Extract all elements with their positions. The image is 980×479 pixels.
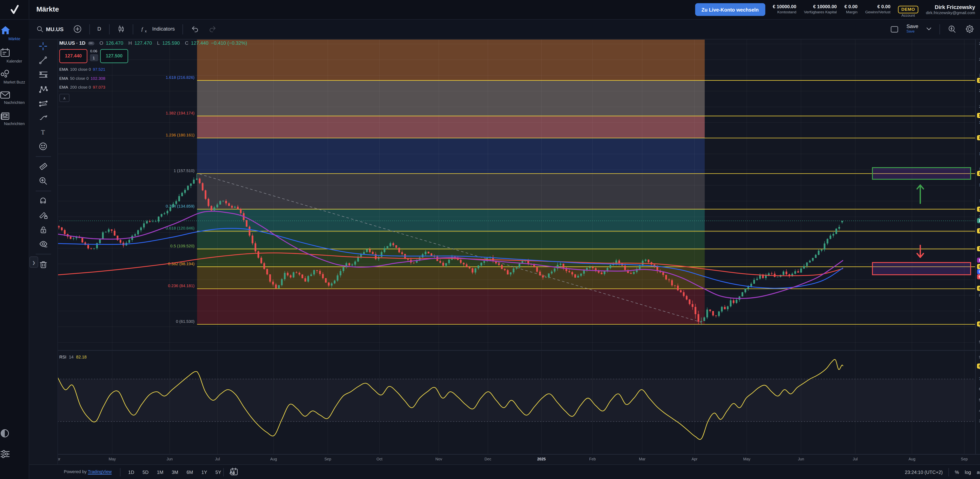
support-box	[872, 263, 970, 275]
hide-drawings-tool[interactable]	[29, 237, 57, 251]
app-logo[interactable]	[0, 0, 29, 19]
clock[interactable]: 23:24:10 (UTC+2)	[905, 469, 943, 475]
resistance-box	[872, 167, 970, 179]
symbol-search-button[interactable]: MU.US	[35, 24, 65, 34]
flash-search-icon	[948, 25, 956, 33]
ohlc-letter: L	[157, 41, 160, 46]
down-arrow	[917, 245, 924, 257]
time-axis[interactable]: AprMayJunJulAugSepOctNovDec2025FebMarApr…	[29, 455, 975, 464]
sidebar-item-market-buzz[interactable]: Market Buzz	[0, 63, 29, 85]
sidebar-item-maerkte[interactable]: Märkte	[0, 19, 29, 41]
stay-in-drawing-mode-tool[interactable]	[29, 208, 57, 223]
zoom-in-tool[interactable]	[29, 174, 57, 188]
price-scale-pill: 61.530	[977, 321, 980, 327]
range-1m[interactable]: 1M	[154, 468, 166, 476]
time-axis-label: Apr	[692, 457, 697, 461]
sidebar-item-label: Märkte	[0, 36, 29, 41]
price-scale-tick: 190.000	[979, 120, 980, 124]
ohlc-letter: O	[99, 41, 103, 46]
pane-separator[interactable]	[57, 350, 980, 351]
indicator-row-ema200[interactable]: EMA200 close 097.073	[59, 86, 247, 89]
screen: Märkte Zu Live-Konto wechseln € 10000.00…	[0, 0, 980, 479]
drawing-toolbar-collapse-toggle[interactable]: ❯	[29, 256, 38, 268]
price-scale-tick: 70.00	[979, 377, 980, 380]
emoji-tool[interactable]	[29, 139, 57, 154]
save-button[interactable]: Save Save	[907, 24, 918, 34]
redo-button[interactable]	[207, 24, 219, 34]
rsi-value: 82.18	[76, 355, 87, 359]
svg-text:1.382 (194.174): 1.382 (194.174)	[165, 111, 194, 115]
crosshair-tool[interactable]	[29, 39, 57, 53]
candlestick-icon	[117, 25, 125, 33]
chart-settings-button[interactable]	[964, 24, 976, 34]
svg-text:0 (61.530): 0 (61.530)	[176, 319, 195, 323]
sidebar-item-nachrichten-mail[interactable]: Nachrichten	[0, 85, 29, 105]
theme-contrast-button[interactable]	[0, 429, 29, 438]
price-scale-tick: 50.00	[979, 398, 980, 402]
legend-collapse-button[interactable]: ∧	[59, 94, 70, 102]
tradingview-link[interactable]: TradingView	[88, 469, 112, 474]
time-axis-label: Dec	[485, 457, 492, 461]
quick-search-button[interactable]	[946, 24, 958, 34]
measure-tool[interactable]	[29, 159, 57, 173]
xabcd-pattern-tool[interactable]	[29, 82, 57, 96]
fib-retracement-tool[interactable]	[29, 68, 57, 82]
rsi-pane[interactable]	[57, 352, 975, 454]
newspaper-icon	[0, 111, 10, 120]
close-value: 127.440	[191, 41, 208, 46]
price-scale-tick: 210.000	[979, 89, 980, 93]
text-tool[interactable]: T	[29, 125, 57, 139]
price-scale-tick: 40.00	[979, 409, 980, 412]
range-3m[interactable]: 3M	[169, 468, 181, 476]
chart-type-button[interactable]	[115, 24, 127, 34]
compare-add-button[interactable]	[71, 24, 83, 34]
magnet-tool[interactable]	[29, 194, 57, 208]
price-scale-tick: 150.000	[979, 183, 980, 187]
range-5d[interactable]: 5D	[140, 468, 151, 476]
settings-sliders-button[interactable]	[0, 450, 29, 458]
switch-live-account-button[interactable]: Zu Live-Konto wechseln	[695, 3, 765, 16]
price-scale-pill: 216.826	[977, 78, 980, 83]
price-scale-tick: 230.000	[979, 57, 980, 61]
price-scale-tick: 70.000	[979, 309, 980, 313]
range-5y[interactable]: 5Y	[213, 468, 224, 476]
lock-drawings-tool[interactable]	[29, 223, 57, 237]
topbar-right: Zu Live-Konto wechseln € 10000.00 Kontos…	[695, 0, 980, 19]
trading-app: Märkte Zu Live-Konto wechseln € 10000.00…	[0, 0, 980, 479]
auto-scale-button[interactable]: auto	[977, 469, 980, 475]
price-scale-pill: 120.846	[977, 228, 980, 234]
indicator-row-ema50[interactable]: EMA50 close 0102.308	[59, 76, 247, 81]
indicator-row-ema100[interactable]: EMA100 close 097.521	[59, 68, 247, 72]
projection-tool[interactable]	[29, 96, 57, 111]
time-axis-label: Mar	[639, 457, 646, 461]
price-scale-tick: 160.000	[979, 167, 980, 171]
brush-tool[interactable]	[29, 111, 57, 125]
sidebar-item-kalender[interactable]: Kalender	[0, 41, 29, 63]
rsi-legend[interactable]: RSI 14 82.18	[59, 355, 87, 359]
sell-button[interactable]: 127.440	[59, 49, 88, 63]
sliders-icon	[0, 450, 10, 458]
range-6m[interactable]: 6M	[184, 468, 196, 476]
undo-button[interactable]	[189, 24, 201, 34]
legend-more-icon[interactable]	[88, 41, 94, 45]
quantity-field[interactable]: 1	[89, 54, 98, 62]
up-arrow	[917, 185, 924, 203]
price-scale[interactable]: 240.000230.000220.000210.000200.000190.0…	[975, 39, 980, 454]
percent-scale-button[interactable]: %	[955, 469, 959, 475]
go-to-date-button[interactable]	[229, 468, 239, 476]
range-1y[interactable]: 1Y	[199, 468, 210, 476]
sidebar-item-nachrichten-news[interactable]: Nachrichten	[0, 105, 29, 126]
buy-button[interactable]: 127.500	[100, 49, 128, 63]
chart-legend: MU.US · 1D O126.470 H127.470 L125.590 C1…	[59, 41, 247, 102]
layout-button[interactable]	[889, 24, 901, 34]
save-menu-chevron[interactable]	[924, 25, 934, 33]
trend-line-tool[interactable]	[29, 53, 57, 68]
legend-symbol[interactable]: MU.US · 1D	[59, 41, 86, 46]
range-1d[interactable]: 1D	[126, 468, 137, 476]
drawbar-divider	[35, 254, 51, 255]
trade-widget: 127.440 0.06 1 127.500	[59, 49, 247, 63]
indicators-button[interactable]: f x Indicators	[139, 24, 177, 34]
interval-button[interactable]: D	[95, 25, 103, 33]
log-scale-button[interactable]: log	[965, 469, 971, 475]
user-name: Dirk Friczewsky	[926, 4, 975, 10]
